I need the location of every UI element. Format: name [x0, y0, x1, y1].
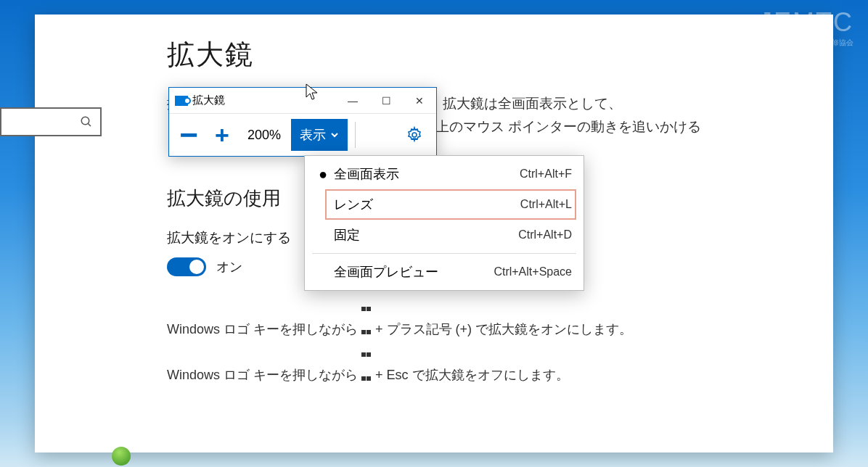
menu-item-fullscreen[interactable]: ● 全画面表示 Ctrl+Alt+F	[306, 159, 582, 189]
toggle-state-text: オン	[216, 258, 242, 276]
svg-point-0	[81, 117, 89, 125]
maximize-button[interactable]: ☐	[369, 88, 403, 114]
sidebar	[35, 15, 138, 452]
taskbar-orb	[112, 447, 131, 466]
view-dropdown-button[interactable]: 表示	[291, 119, 348, 151]
menu-selected-bullet: ●	[316, 166, 329, 183]
svg-point-2	[412, 133, 417, 137]
menu-shortcut: Ctrl+Alt+D	[518, 228, 572, 241]
help-1a: Windows ロゴ キーを押しながら	[167, 322, 361, 336]
help-2a: Windows ロゴ キーを押しながら	[167, 368, 361, 383]
minimize-button[interactable]: ―	[336, 88, 369, 114]
settings-gear-button[interactable]	[400, 120, 429, 149]
magnifier-app-icon	[175, 96, 188, 106]
chevron-down-icon	[330, 131, 339, 139]
gear-icon	[406, 126, 423, 144]
menu-item-docked[interactable]: 固定 Ctrl+Alt+D	[306, 220, 582, 250]
help-1b: + プラス記号 (+) で拡大鏡をオンにします。	[375, 322, 632, 336]
menu-separator	[312, 253, 576, 254]
magnifier-tool-window[interactable]: 拡大鏡 ― ☐ ✕ − + 200% 表示	[168, 87, 437, 157]
menu-label: 全画面表示	[329, 165, 520, 183]
help-text: Windows ロゴ キーを押しながら + プラス記号 (+) で拡大鏡をオンに…	[167, 295, 804, 388]
search-box[interactable]	[0, 107, 102, 136]
magnifier-toggle[interactable]	[167, 257, 206, 276]
search-icon	[80, 115, 93, 128]
toolbar-separator	[355, 122, 356, 148]
menu-shortcut: Ctrl+Alt+F	[520, 168, 572, 181]
menu-shortcut: Ctrl+Alt+Space	[494, 265, 572, 278]
magnifier-title-bar[interactable]: 拡大鏡 ― ☐ ✕	[169, 88, 436, 114]
zoom-out-button[interactable]: −	[173, 119, 204, 151]
menu-label: 固定	[329, 226, 518, 244]
svg-line-1	[88, 123, 91, 126]
menu-item-fullscreen-preview[interactable]: 全画面プレビュー Ctrl+Alt+Space	[306, 257, 582, 287]
magnifier-toolbar: − + 200% 表示	[169, 114, 436, 156]
menu-item-lens[interactable]: レンズ Ctrl+Alt+L	[306, 189, 582, 220]
view-dropdown-label: 表示	[300, 126, 326, 144]
close-button[interactable]: ✕	[403, 88, 436, 114]
menu-label: 全画面プレビュー	[329, 263, 494, 281]
help-2b: + Esc で拡大鏡をオフにします。	[375, 368, 569, 383]
magnifier-title: 拡大鏡	[192, 94, 225, 107]
view-dropdown-menu: ● 全画面表示 Ctrl+Alt+F レンズ Ctrl+Alt+L 固定 Ctr…	[304, 155, 584, 291]
menu-label: レンズ	[329, 196, 520, 213]
windows-logo-icon	[361, 295, 372, 305]
menu-shortcut: Ctrl+Alt+L	[520, 198, 572, 211]
page-title: 拡大鏡	[167, 36, 804, 73]
zoom-level: 200%	[240, 128, 288, 143]
zoom-in-button[interactable]: +	[207, 119, 237, 151]
windows-logo-icon	[361, 341, 372, 351]
